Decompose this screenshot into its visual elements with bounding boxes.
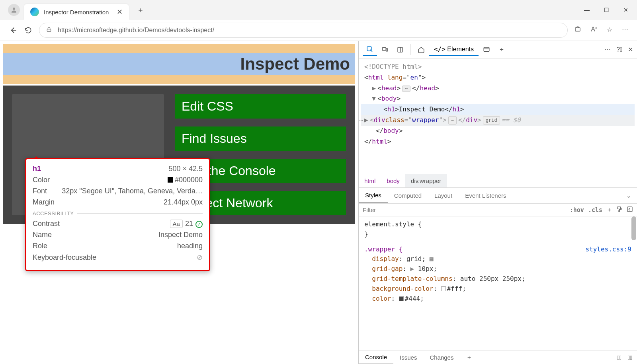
cls-toggle[interactable]: .cls	[588, 206, 602, 214]
svg-rect-1	[47, 29, 51, 31]
dom-tree[interactable]: <!DOCTYPE html> <html lang="en"> ▶<head>…	[359, 58, 637, 174]
chevron-down-icon[interactable]: ⌄	[621, 192, 637, 199]
tab-close-icon[interactable]: ✕	[117, 8, 123, 16]
tooltip-contrast-label: Contrast	[33, 220, 60, 228]
devtools-panel: </> Elements ＋ ⋯ ?⃝ ✕ <!DOCTYPE html> <h…	[358, 41, 637, 364]
window-controls: — ☐ ✕	[584, 7, 633, 13]
back-button[interactable]	[6, 23, 21, 38]
color-swatch-dark-icon[interactable]	[399, 296, 404, 301]
inspect-element-icon[interactable]	[363, 43, 377, 56]
page-h1: Inspect Demo	[3, 44, 355, 84]
tooltip-dimensions: 500 × 42.5	[168, 165, 203, 173]
tooltip-kb-label: Keyboard-focusable	[33, 253, 96, 262]
crumb-body[interactable]: body	[381, 174, 405, 187]
read-aloud-icon[interactable]: A»	[591, 26, 597, 35]
tooltip-color-label: Color	[33, 176, 50, 184]
browser-tab[interactable]: Inspector Demonstration ✕	[24, 4, 129, 20]
dom-h1-line[interactable]: <h1>Inspect Demo</h1>	[361, 104, 635, 115]
close-devtools-icon[interactable]: ✕	[628, 46, 633, 53]
devtools-toolbar: </> Elements ＋ ⋯ ?⃝ ✕	[359, 41, 637, 58]
page-pane: Inspect Demo Edit CSS Find Issues Use th…	[0, 41, 358, 364]
paint-icon[interactable]	[616, 206, 623, 214]
tooltip-contrast-value: Aa21✓	[170, 220, 203, 228]
favorite-icon[interactable]: ☆	[607, 26, 612, 35]
device-toggle-icon[interactable]	[378, 43, 392, 56]
tooltip-font-label: Font	[33, 187, 47, 195]
color-swatch-white-icon[interactable]	[441, 286, 446, 291]
tab-styles[interactable]: Styles	[359, 188, 388, 203]
elements-tab[interactable]: </> Elements	[429, 43, 479, 56]
dom-selected-line[interactable]: ⋯ ▶<div class="wrapper">⋯</div>grid == $…	[361, 115, 635, 126]
more-tabs-icon[interactable]: ＋	[494, 43, 509, 56]
tooltip-margin-value: 21.44px 0px	[164, 198, 203, 206]
tab-title: Inspector Demonstration	[44, 9, 109, 16]
dom-breadcrumbs: html body div.wrapper	[359, 174, 637, 188]
edge-icon	[30, 8, 39, 16]
app-icon[interactable]	[574, 26, 581, 35]
drawer-tab-changes[interactable]: Changes	[423, 351, 460, 364]
sources-tab-icon[interactable]	[479, 43, 494, 56]
devtools-drawer: Console Issues Changes ＋ ⇢⃞ ⤢⃞	[359, 350, 637, 364]
drawer-expand-icon[interactable]: ⤢⃞	[628, 354, 632, 361]
not-focusable-icon: ⊘	[197, 253, 203, 262]
address-bar[interactable]: https://microsoftedge.github.io/Demos/de…	[39, 23, 568, 38]
styles-filter-bar: :hov .cls ＋	[359, 204, 637, 216]
drawer-add-tab-icon[interactable]: ＋	[460, 350, 479, 364]
crumb-html[interactable]: html	[359, 174, 381, 187]
tab-computed[interactable]: Computed	[388, 188, 428, 203]
settings-icon[interactable]: ⋯	[604, 46, 611, 53]
help-icon[interactable]: ?⃝	[616, 46, 622, 53]
svg-rect-5	[382, 47, 386, 50]
css-rules-pane[interactable]: element.style { } styles.css:9 .wrapper …	[359, 216, 637, 350]
tab-layout[interactable]: Layout	[428, 188, 459, 203]
styles-tabs: Styles Computed Layout Event Listeners ⌄	[359, 188, 637, 204]
grid-editor-icon[interactable]: ▦	[430, 255, 434, 263]
color-swatch-icon	[168, 177, 173, 183]
tooltip-a11y-header: ACCESSIBILITY	[33, 210, 203, 216]
drawer-issues-icon[interactable]: ⇢⃞	[617, 354, 621, 361]
panel-layout-icon[interactable]	[393, 43, 407, 56]
profile-avatar[interactable]	[8, 4, 20, 16]
crumb-wrapper[interactable]: div.wrapper	[405, 174, 447, 187]
tooltip-color-value: #000000	[168, 176, 203, 184]
new-style-rule-icon[interactable]: ＋	[606, 206, 612, 214]
svg-rect-6	[386, 49, 388, 51]
hov-toggle[interactable]: :hov	[570, 206, 584, 214]
styles-filter-input[interactable]	[363, 206, 566, 213]
button-find-issues[interactable]: Find Issues	[175, 127, 346, 151]
tooltip-name-value: Inspect Demo	[158, 231, 203, 239]
toolbar-right: A» ☆ ⋯	[571, 26, 631, 35]
browser-chrome: Inspector Demonstration ✕ ＋ — ☐ ✕ https:…	[0, 0, 637, 41]
minimize-icon[interactable]: —	[584, 7, 590, 13]
content-area: Inspect Demo Edit CSS Find Issues Use th…	[0, 41, 637, 364]
address-bar-row: https://microsoftedge.github.io/Demos/de…	[0, 20, 637, 41]
panel-toggle-icon[interactable]	[627, 206, 633, 214]
tooltip-name-label: Name	[33, 231, 52, 239]
svg-rect-11	[617, 207, 621, 209]
button-edit-css[interactable]: Edit CSS	[175, 94, 346, 119]
more-icon[interactable]: ⋯	[622, 26, 628, 35]
tooltip-tag: h1	[33, 165, 41, 173]
inspect-tooltip: h1 500 × 42.5 Color #000000 Font 32px "S…	[25, 158, 210, 271]
tooltip-font-value: 32px "Segoe UI", Tahoma, Geneva, Verda…	[62, 187, 203, 195]
maximize-icon[interactable]: ☐	[604, 7, 609, 13]
new-tab-button[interactable]: ＋	[137, 5, 144, 15]
svg-point-0	[13, 8, 15, 10]
drawer-tab-console[interactable]: Console	[359, 350, 393, 364]
tooltip-margin-label: Margin	[33, 198, 55, 206]
element-style-rule[interactable]: element.style { }	[364, 220, 631, 239]
wrapper-rule[interactable]: styles.css:9 .wrapper { display: grid; ▦…	[364, 242, 631, 304]
source-link[interactable]: styles.css:9	[585, 245, 631, 255]
check-icon: ✓	[195, 221, 203, 228]
tooltip-role-label: Role	[33, 242, 47, 250]
scrollbar-thumb[interactable]	[631, 216, 636, 240]
lock-icon	[46, 26, 52, 34]
close-window-icon[interactable]: ✕	[623, 7, 628, 13]
refresh-button[interactable]	[21, 23, 36, 38]
svg-rect-9	[484, 47, 489, 52]
svg-rect-13	[627, 207, 632, 212]
drawer-tab-issues[interactable]: Issues	[393, 351, 423, 364]
url-text: https://microsoftedge.github.io/Demos/de…	[58, 27, 214, 34]
tab-event-listeners[interactable]: Event Listeners	[459, 188, 512, 203]
welcome-tab-icon[interactable]	[414, 43, 428, 56]
